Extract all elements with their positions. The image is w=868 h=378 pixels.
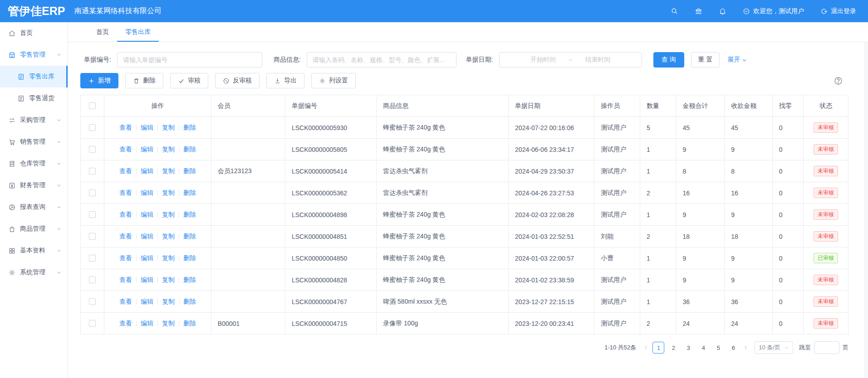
row-action-copy[interactable]: 复制 xyxy=(162,254,175,262)
row-action-copy[interactable]: 复制 xyxy=(162,189,175,196)
product-info-input[interactable] xyxy=(307,52,456,68)
sidebar-item-retail-return[interactable]: 零售退货 xyxy=(0,87,68,109)
row-checkbox[interactable] xyxy=(89,298,96,305)
page-number-4[interactable]: 4 xyxy=(697,342,709,354)
row-action-copy[interactable]: 复制 xyxy=(162,167,175,174)
date-end-placeholder: 结束时间 xyxy=(585,56,610,64)
jump-page-input[interactable] xyxy=(814,341,839,354)
audit-button[interactable]: 审核 xyxy=(170,73,208,88)
date-cell: 2024-01-03 22:00:57 xyxy=(509,247,594,269)
search-button[interactable]: 查 询 xyxy=(653,52,684,68)
row-action-edit[interactable]: 编辑 xyxy=(141,276,153,283)
unaudit-button[interactable]: 反审核 xyxy=(215,73,260,88)
date-range-input[interactable]: 开始时间 ~ 结束时间 xyxy=(499,52,642,68)
welcome-user[interactable]: 欢迎您，测试用户 xyxy=(743,7,804,15)
row-action-edit[interactable]: 编辑 xyxy=(141,124,153,131)
row-checkbox[interactable] xyxy=(89,276,96,283)
order-no-input[interactable] xyxy=(117,52,262,68)
row-checkbox[interactable] xyxy=(89,320,96,327)
row-action-edit[interactable]: 编辑 xyxy=(141,254,153,262)
row-action-edit[interactable]: 编辑 xyxy=(141,233,153,240)
sidebar-item-system[interactable]: 系统管理 xyxy=(0,262,68,283)
row-action-view[interactable]: 查看 xyxy=(119,145,132,153)
sidebar-item-basic[interactable]: 基本资料 xyxy=(0,240,68,262)
row-action-view[interactable]: 查看 xyxy=(119,320,132,327)
sidebar-item-purchase[interactable]: 采购管理 xyxy=(0,109,68,131)
sidebar-item-sales[interactable]: 销售管理 xyxy=(0,131,68,153)
row-action-delete[interactable]: 删除 xyxy=(183,145,196,153)
row-action-copy[interactable]: 复制 xyxy=(162,233,175,240)
column-header: 状态 xyxy=(804,95,848,117)
row-checkbox[interactable] xyxy=(89,211,96,218)
table-row: 查看编辑复制删除LSCK00000004767啤酒 580ml xxsxx 无色… xyxy=(81,291,848,313)
row-action-copy[interactable]: 复制 xyxy=(162,211,175,218)
row-action-copy[interactable]: 复制 xyxy=(162,145,175,153)
row-action-view[interactable]: 查看 xyxy=(119,254,132,262)
select-all-checkbox[interactable] xyxy=(89,102,96,109)
trash-icon xyxy=(133,78,140,84)
tab-retail-outbound[interactable]: 零售出库 xyxy=(117,22,159,42)
row-action-edit[interactable]: 编辑 xyxy=(141,320,153,327)
row-action-delete[interactable]: 删除 xyxy=(183,211,196,218)
sidebar-item-retail[interactable]: 零售管理 xyxy=(0,44,68,66)
bell-icon[interactable] xyxy=(719,7,726,15)
row-action-copy[interactable]: 复制 xyxy=(162,320,175,327)
export-button[interactable]: 导出 xyxy=(266,73,304,88)
row-action-delete[interactable]: 删除 xyxy=(183,233,196,240)
sidebar-item-finance[interactable]: 财务管理 xyxy=(0,174,68,196)
row-action-view[interactable]: 查看 xyxy=(119,233,132,240)
add-button[interactable]: 新增 xyxy=(80,73,118,88)
row-action-edit[interactable]: 编辑 xyxy=(141,167,153,174)
received-cell: 9 xyxy=(725,269,773,291)
expand-link[interactable]: 展开 xyxy=(727,56,747,64)
row-action-view[interactable]: 查看 xyxy=(119,211,132,218)
row-action-copy[interactable]: 复制 xyxy=(162,298,175,305)
row-action-delete[interactable]: 删除 xyxy=(183,320,196,327)
row-action-view[interactable]: 查看 xyxy=(119,124,132,131)
prev-page-icon[interactable] xyxy=(643,344,649,351)
page-number-5[interactable]: 5 xyxy=(712,342,724,354)
column-settings-button[interactable]: 列设置 xyxy=(311,73,356,88)
row-action-delete[interactable]: 删除 xyxy=(183,254,196,262)
row-checkbox[interactable] xyxy=(89,255,96,262)
scrollbar-track[interactable] xyxy=(864,42,868,378)
row-action-edit[interactable]: 编辑 xyxy=(141,211,153,218)
row-action-view[interactable]: 查看 xyxy=(119,189,132,196)
row-checkbox[interactable] xyxy=(89,124,96,131)
row-action-edit[interactable]: 编辑 xyxy=(141,189,153,196)
sidebar-item-goods[interactable]: 商品管理 xyxy=(0,218,68,240)
row-action-delete[interactable]: 删除 xyxy=(183,276,196,283)
next-page-icon[interactable] xyxy=(742,344,749,351)
row-action-edit[interactable]: 编辑 xyxy=(141,145,153,153)
row-action-delete[interactable]: 删除 xyxy=(183,124,196,131)
row-checkbox[interactable] xyxy=(89,189,96,196)
row-action-view[interactable]: 查看 xyxy=(119,167,132,174)
row-action-copy[interactable]: 复制 xyxy=(162,276,175,283)
row-checkbox[interactable] xyxy=(89,168,96,174)
row-action-view[interactable]: 查看 xyxy=(119,276,132,283)
help-icon[interactable] xyxy=(834,76,843,86)
page-size-select[interactable]: 10 条/页 xyxy=(755,341,793,354)
sidebar-item-warehouse[interactable]: 仓库管理 xyxy=(0,153,68,174)
sidebar-item-home[interactable]: 首页 xyxy=(0,22,68,44)
row-action-edit[interactable]: 编辑 xyxy=(141,298,153,305)
row-action-delete[interactable]: 删除 xyxy=(183,167,196,174)
row-action-delete[interactable]: 删除 xyxy=(183,189,196,196)
reset-button[interactable]: 重 置 xyxy=(691,52,720,68)
row-action-copy[interactable]: 复制 xyxy=(162,124,175,131)
row-action-view[interactable]: 查看 xyxy=(119,298,132,305)
bank-icon[interactable] xyxy=(695,7,702,15)
tab-home[interactable]: 首页 xyxy=(88,22,117,42)
page-number-2[interactable]: 2 xyxy=(667,342,679,354)
sidebar-item-retail-outbound[interactable]: 零售出库 xyxy=(0,66,68,87)
search-icon[interactable] xyxy=(671,7,678,15)
row-checkbox[interactable] xyxy=(89,146,96,153)
delete-button[interactable]: 删除 xyxy=(125,73,163,88)
row-checkbox[interactable] xyxy=(89,233,96,240)
page-number-6[interactable]: 6 xyxy=(727,342,739,354)
row-action-delete[interactable]: 删除 xyxy=(183,298,196,305)
logout-button[interactable]: 退出登录 xyxy=(820,7,856,15)
sidebar-item-report[interactable]: 报表查询 xyxy=(0,196,68,218)
page-number-3[interactable]: 3 xyxy=(682,342,694,354)
page-number-1[interactable]: 1 xyxy=(652,342,664,354)
